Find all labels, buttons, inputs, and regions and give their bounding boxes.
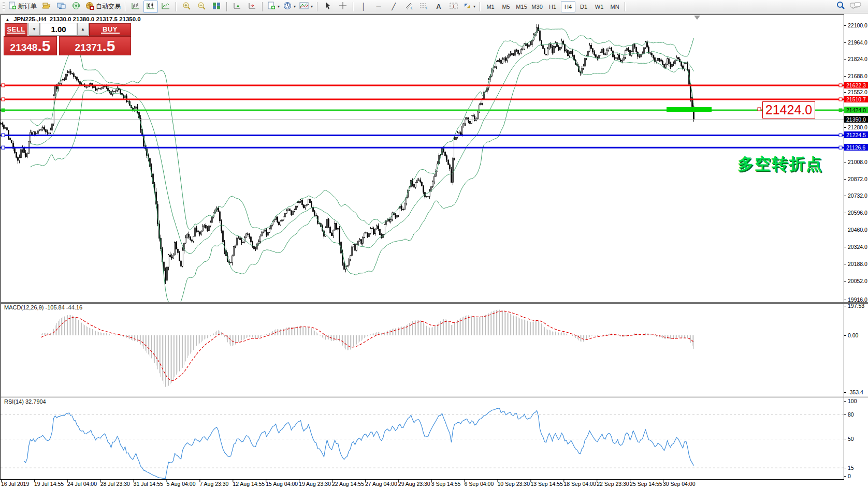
arrows-tool-button[interactable]: ▾: [461, 1, 477, 13]
timeframe-button-h4[interactable]: H4: [561, 1, 575, 12]
new-template-button[interactable]: ▾: [266, 1, 281, 13]
time-axis[interactable]: 16 Jul 201919 Jul 14:5524 Jul 04:0028 Ju…: [0, 479, 844, 489]
crosshair-tool-button[interactable]: [336, 1, 350, 13]
chart-shift-icon: [248, 2, 256, 11]
time-tick-label: 18 Sep 04:00: [563, 481, 596, 487]
trendline-tool-button[interactable]: ╱: [386, 1, 401, 13]
autotrading-button[interactable]: 自动交易: [84, 1, 122, 13]
axis-label: 20732.0: [848, 192, 867, 199]
dropdown-caret-icon[interactable]: ▾: [311, 4, 313, 9]
bollinger-bands-layer: [31, 29, 694, 309]
cursor-icon: [324, 2, 331, 11]
svg-text:F: F: [426, 6, 428, 10]
horizontal-line-tool-button[interactable]: ─: [371, 1, 386, 13]
line-handle: [839, 146, 842, 149]
symbol-marker-icon: ▲: [5, 17, 10, 22]
timeframe-button-m30[interactable]: M30: [530, 1, 544, 12]
vertical-line-tool-button[interactable]: │: [356, 1, 371, 13]
toolbar-separator: [125, 2, 126, 11]
bar-chart-mode-button[interactable]: [128, 1, 143, 13]
text-label-tool-button[interactable]: T: [446, 1, 461, 13]
price-highlight-label: 21126.6: [844, 144, 868, 151]
ohlc-low: 21317.5: [96, 16, 118, 22]
candlestick-mode-button[interactable]: [143, 1, 158, 13]
periods-button[interactable]: ▾: [282, 1, 297, 13]
buy-button[interactable]: BUY: [89, 23, 131, 36]
chat-icon[interactable]: [850, 2, 862, 12]
chart-folder-icon: [42, 2, 51, 11]
timeframe-button-m1[interactable]: M1: [483, 1, 498, 12]
search-icon[interactable]: [836, 1, 845, 12]
text-tool-button[interactable]: A: [431, 1, 446, 13]
time-tick-label: 24 Jul 04:00: [67, 481, 97, 487]
sell-button-label: SELL: [7, 25, 25, 33]
sell-price-button[interactable]: 21348.5: [4, 36, 57, 55]
buy-price-button[interactable]: 21371.5: [59, 36, 131, 55]
toolbar-grip[interactable]: [3, 2, 5, 11]
highlight-zone: [667, 107, 712, 112]
timeframe-button-m5[interactable]: M5: [499, 1, 513, 12]
timeframe-button-d1[interactable]: D1: [576, 1, 591, 12]
bollinger-upper: [31, 29, 694, 230]
time-tick-label: 19 Jul 14:55: [34, 481, 64, 487]
turning-point-annotation[interactable]: 多空转折点: [737, 153, 823, 175]
time-tick-label: 27 Aug 04:00: [365, 481, 397, 487]
price-highlight-label: 21350.0: [844, 116, 868, 123]
timeframe-button-m15[interactable]: M15: [514, 1, 529, 12]
auto-scroll-icon: [233, 2, 241, 11]
toolbar-separator: [625, 2, 626, 11]
vertical-line-icon: │: [361, 3, 366, 10]
zoom-out-button[interactable]: [194, 1, 209, 13]
price-highlight-label: 21224.5: [844, 131, 868, 138]
axis-label: 21688.0: [848, 73, 867, 79]
time-tick-label: 25 Sep 14:55: [630, 481, 662, 487]
chart-symbol-period: JPN225-,H4: [13, 16, 46, 22]
dropdown-caret-icon[interactable]: ▾: [278, 4, 280, 9]
lot-decrease-button[interactable]: ▼: [28, 23, 40, 36]
new-order-label: 新订单: [18, 2, 37, 11]
signals-button[interactable]: [69, 1, 83, 13]
line-chart-mode-button[interactable]: [158, 1, 173, 13]
cursor-tool-button[interactable]: [321, 1, 335, 13]
time-tick-label: 31 Jul 14:55: [134, 481, 163, 487]
time-tick-label: 16 Jul 2019: [1, 481, 29, 487]
svg-text:T: T: [452, 4, 455, 9]
price-annotation-box[interactable]: 21424.0: [762, 101, 815, 118]
chart-shift-button[interactable]: [245, 1, 259, 13]
price-highlight-label: 21424.0: [844, 107, 868, 113]
price-highlight-label: 21622.3: [844, 82, 868, 88]
indicators-button[interactable]: ▾: [298, 1, 314, 13]
timeframe-button-w1[interactable]: W1: [592, 1, 606, 12]
rsi-name: RSI(14): [4, 398, 24, 405]
caret-down-icon: ▼: [32, 27, 36, 32]
ohlc-open: 21330.0: [50, 16, 71, 22]
indicators-icon: [299, 2, 309, 11]
bollinger-lower: [31, 57, 694, 309]
candles-layer: [1, 24, 695, 284]
channel-tool-button[interactable]: E: [401, 1, 416, 13]
toolbar-separator: [226, 2, 227, 11]
zoom-in-button[interactable]: [179, 1, 194, 13]
tile-windows-button[interactable]: [209, 1, 224, 13]
auto-scroll-button[interactable]: [230, 1, 244, 13]
timeframe-button-mn[interactable]: MN: [607, 1, 622, 12]
timeframe-button-h1[interactable]: H1: [545, 1, 560, 12]
axis-label: 21824.0: [848, 56, 867, 62]
axis-label: 197.53: [848, 303, 864, 309]
sell-price-main: 21348: [10, 42, 38, 53]
dropdown-caret-icon[interactable]: ▾: [473, 4, 475, 9]
fibonacci-tool-button[interactable]: F: [416, 1, 431, 13]
axis-label: 100: [848, 398, 857, 404]
lot-size-field[interactable]: 1.00: [40, 23, 77, 36]
time-tick-label: 13 Sep 14:55: [530, 481, 562, 487]
dropdown-caret-icon[interactable]: ▾: [294, 4, 296, 9]
chart-canvas[interactable]: [0, 13, 868, 489]
lot-increase-button[interactable]: ▲: [77, 23, 89, 36]
charts-button[interactable]: [39, 1, 53, 13]
axis-label: 0: [848, 473, 851, 479]
new-order-button[interactable]: 新订单: [7, 1, 38, 13]
equidistant-channel-icon: E: [404, 2, 413, 11]
axis-label: 22100.0: [848, 22, 867, 28]
sell-button[interactable]: SELL: [5, 23, 27, 36]
profile-button[interactable]: [54, 1, 68, 13]
